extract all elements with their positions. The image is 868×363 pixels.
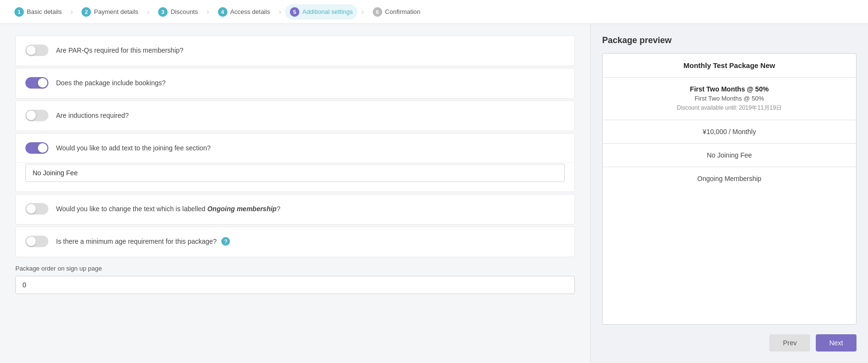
step-2[interactable]: 2 Payment details xyxy=(77,4,143,20)
bottom-bar: Prev Next xyxy=(602,325,857,352)
step-3[interactable]: 3 Discounts xyxy=(153,4,203,20)
package-order-input[interactable] xyxy=(15,276,575,294)
preview-package-name: Monthly Test Package New xyxy=(610,61,848,69)
bookings-row: Does the package include bookings? xyxy=(16,68,574,97)
step-2-label: Payment details xyxy=(94,8,138,15)
step-5[interactable]: 5 Additional settings xyxy=(285,4,358,20)
inductions-label: Are inductions required? xyxy=(56,112,565,119)
bookings-label: Does the package include bookings? xyxy=(56,79,565,87)
step-5-badge: 5 xyxy=(290,7,299,17)
ongoing-label: Would you like to change the text which … xyxy=(56,205,565,213)
inductions-row: Are inductions required? xyxy=(16,101,574,130)
stepper-bar: 1 Basic details › 2 Payment details › 3 … xyxy=(0,0,868,24)
step-4-badge: 4 xyxy=(218,7,228,17)
preview-discount-date: Discount available until: 2019年11月19日 xyxy=(610,104,848,112)
ongoing-section: Would you like to change the text which … xyxy=(15,194,575,225)
preview-card: Monthly Test Package New First Two Month… xyxy=(602,53,857,325)
preview-discount-section: First Two Months @ 50% First Two Months … xyxy=(603,78,856,120)
step-1-label: Basic details xyxy=(27,8,62,15)
step-4[interactable]: 4 Access details xyxy=(213,4,275,20)
left-panel: Are PAR-Qs required for this membership?… xyxy=(0,24,590,363)
ongoing-toggle[interactable] xyxy=(25,203,48,215)
joining-fee-text-label: Would you like to add text to the joinin… xyxy=(56,144,565,152)
ongoing-row: Would you like to change the text which … xyxy=(16,194,574,223)
step-2-badge: 2 xyxy=(81,7,91,17)
step-1-badge: 1 xyxy=(14,7,24,17)
joining-fee-text-row: Would you like to add text to the joinin… xyxy=(16,134,574,163)
min-age-row: Is there a minimum age requirement for t… xyxy=(16,227,574,256)
step-5-label: Additional settings xyxy=(302,8,353,15)
preview-discount-title: First Two Months @ 50% xyxy=(610,85,848,93)
bookings-section: Does the package include bookings? xyxy=(15,68,575,99)
next-button[interactable]: Next xyxy=(816,334,857,352)
inductions-toggle[interactable] xyxy=(25,110,48,121)
right-panel: Package preview Monthly Test Package New… xyxy=(590,24,868,363)
joining-fee-text-section: Would you like to add text to the joinin… xyxy=(15,133,575,192)
step-1[interactable]: 1 Basic details xyxy=(10,4,67,20)
min-age-toggle[interactable] xyxy=(25,236,48,247)
divider-1: › xyxy=(70,8,73,16)
divider-3: › xyxy=(206,8,209,16)
divider-5: › xyxy=(361,8,364,16)
divider-2: › xyxy=(147,8,149,16)
par-q-label: Are PAR-Qs required for this membership? xyxy=(56,46,565,54)
package-order-container: Package order on sign up page xyxy=(15,265,575,296)
step-6-label: Confirmation xyxy=(385,8,421,15)
min-age-label-container: Is there a minimum age requirement for t… xyxy=(56,237,230,246)
main-layout: Are PAR-Qs required for this membership?… xyxy=(0,24,868,363)
step-4-label: Access details xyxy=(230,8,270,15)
preview-ongoing: Ongoing Membership xyxy=(610,175,848,182)
par-q-section: Are PAR-Qs required for this membership? xyxy=(15,35,575,66)
preview-ongoing-section: Ongoing Membership xyxy=(603,167,856,190)
step-6[interactable]: 6 Confirmation xyxy=(368,4,425,20)
step-3-label: Discounts xyxy=(171,8,198,15)
min-age-section: Is there a minimum age requirement for t… xyxy=(15,227,575,257)
prev-button[interactable]: Prev xyxy=(769,334,810,352)
par-q-toggle[interactable] xyxy=(25,45,48,56)
package-order-label: Package order on sign up page xyxy=(15,265,575,272)
step-6-badge: 6 xyxy=(373,7,382,17)
joining-fee-text-toggle[interactable] xyxy=(25,142,48,154)
preview-discount-sub: First Two Months @ 50% xyxy=(610,95,848,102)
par-q-row: Are PAR-Qs required for this membership? xyxy=(16,36,574,65)
step-3-badge: 3 xyxy=(158,7,168,17)
preview-joining-fee: No Joining Fee xyxy=(610,151,848,159)
preview-joining-section: No Joining Fee xyxy=(603,144,856,167)
bookings-toggle[interactable] xyxy=(25,77,48,89)
preview-package-name-section: Monthly Test Package New xyxy=(603,54,856,78)
joining-fee-input[interactable] xyxy=(25,164,565,182)
min-age-help-icon[interactable]: ? xyxy=(221,237,230,246)
inductions-section: Are inductions required? xyxy=(15,101,575,131)
divider-4: › xyxy=(279,8,281,16)
preview-price: ¥10,000 / Monthly xyxy=(610,128,848,136)
preview-price-section: ¥10,000 / Monthly xyxy=(603,120,856,144)
preview-title: Package preview xyxy=(602,35,857,45)
min-age-label: Is there a minimum age requirement for t… xyxy=(56,238,217,245)
joining-fee-input-container xyxy=(16,164,574,192)
